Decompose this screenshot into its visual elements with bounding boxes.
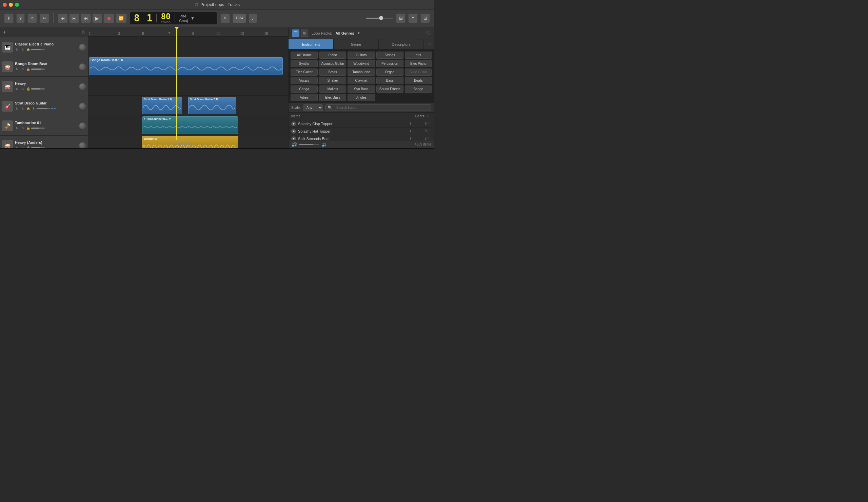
download-icon-1[interactable]: ⬇ bbox=[407, 129, 413, 134]
instrument-btn-strings[interactable]: Strings bbox=[376, 52, 403, 59]
favorites-icon[interactable]: ♡ bbox=[426, 30, 431, 36]
list-view-icon[interactable]: ☰ bbox=[292, 30, 299, 37]
headphone-btn-5[interactable]: S bbox=[20, 126, 25, 131]
instrument-btn-slide-guitar[interactable]: Slide Guitar bbox=[405, 69, 432, 76]
track-item-6[interactable]: 🥁 Heavy (Anders) M S 🔒 bbox=[0, 136, 88, 148]
instrument-btn-elec-guitar[interactable]: Elec Guitar bbox=[291, 69, 318, 76]
window-controls[interactable] bbox=[3, 3, 19, 7]
instrument-btn-bongo[interactable]: Bongo bbox=[405, 85, 432, 93]
tab-descriptors[interactable]: Descriptors bbox=[379, 39, 424, 49]
help-button[interactable]: ? bbox=[16, 13, 25, 23]
instrument-btn-syn-bass[interactable]: Syn Bass bbox=[348, 85, 375, 93]
track-volume-2[interactable] bbox=[31, 69, 45, 70]
instrument-btn-organ[interactable]: Organ bbox=[376, 69, 403, 76]
back-button[interactable]: ⏮ bbox=[81, 13, 91, 23]
loop-fav-2[interactable]: ♡ bbox=[426, 136, 431, 140]
mute-btn-1[interactable]: M bbox=[15, 47, 20, 52]
track-volume-knob-4[interactable] bbox=[79, 103, 86, 110]
list-editors-button[interactable]: ≡ bbox=[408, 13, 418, 23]
play-button[interactable]: ▶ bbox=[92, 13, 102, 23]
cycle-button[interactable]: 🔁 bbox=[116, 13, 127, 23]
volume-slider[interactable] bbox=[366, 18, 393, 19]
mute-btn-3[interactable]: M bbox=[15, 86, 20, 91]
instrument-btn-kits[interactable]: Kits bbox=[405, 52, 432, 59]
mute-btn-5[interactable]: M bbox=[15, 126, 20, 131]
track-volume-knob-3[interactable] bbox=[79, 83, 86, 90]
loop-item-2[interactable]: Split Seconds Beat ⬇ 8 ♡ bbox=[289, 135, 434, 140]
maximize-button[interactable] bbox=[15, 3, 19, 7]
clip-drummer[interactable]: Drummer bbox=[142, 136, 238, 148]
import-button[interactable]: ⬇ bbox=[4, 13, 13, 23]
instrument-btn-piano[interactable]: Piano bbox=[319, 52, 346, 59]
headphone-btn-6[interactable]: S bbox=[20, 145, 25, 148]
lock-btn-6[interactable]: 🔒 bbox=[26, 145, 31, 148]
scissors-button[interactable]: ✂ bbox=[40, 13, 49, 23]
headphone-btn-2[interactable]: S bbox=[20, 67, 25, 72]
instrument-btn-vocals[interactable]: Vocals bbox=[291, 77, 318, 84]
key-commands[interactable]: 1234 bbox=[232, 13, 246, 23]
headphone-btn-4[interactable]: S bbox=[20, 106, 25, 111]
track-volume-knob-1[interactable] bbox=[79, 44, 86, 51]
pencil-tool[interactable]: ✎ bbox=[220, 13, 230, 23]
instrument-btn-jingles[interactable]: Jingles bbox=[348, 94, 375, 101]
track-volume-3[interactable] bbox=[31, 88, 45, 90]
headphone-btn-1[interactable]: S bbox=[20, 47, 25, 52]
mute-btn-2[interactable]: M bbox=[15, 67, 20, 72]
instrument-btn-guitars[interactable]: Guitars bbox=[348, 52, 375, 59]
instrument-btn-percussion[interactable]: Percussion bbox=[376, 60, 403, 67]
track-volume-4[interactable] bbox=[37, 108, 50, 109]
loop-item-0[interactable]: Splashy Clap Topper ⬇ 8 ♡ bbox=[289, 120, 434, 127]
tab-genre[interactable]: Genre bbox=[334, 39, 379, 49]
loop-fav-0[interactable]: ♡ bbox=[426, 121, 431, 126]
clip-tambourine[interactable]: ⋄ Tambourine 01.1 ↻ bbox=[142, 116, 238, 134]
instrument-btn-elec-piano[interactable]: Elec Piano bbox=[405, 60, 432, 67]
add-track-button[interactable]: + bbox=[3, 30, 6, 35]
tab-instrument[interactable]: Instrument bbox=[289, 39, 334, 49]
track-item-4[interactable]: 🎸 Strat Disco Guitar M S 🔒 ⬇ bbox=[0, 96, 88, 116]
headphone-btn-3[interactable]: S bbox=[20, 86, 25, 91]
download-icon-2[interactable]: ⬇ bbox=[407, 136, 413, 141]
instrument-btn-woodwind[interactable]: Woodwind bbox=[348, 60, 375, 67]
fast-forward-button[interactable]: ⏭ bbox=[69, 13, 79, 23]
instrument-btn-acoustic-guitar[interactable]: Acoustic Guitar bbox=[319, 60, 346, 67]
clip-strat-disco-guitar-2[interactable]: Strat Disco Guitar.2 ↻ bbox=[188, 97, 236, 114]
lane-classic-electric-piano[interactable] bbox=[88, 37, 288, 56]
track-item-2[interactable]: 🥁 Bongo Room Beat M S 🔒 bbox=[0, 57, 88, 76]
lock-btn-2[interactable]: 🔒 bbox=[26, 67, 31, 72]
track-volume-knob-6[interactable] bbox=[79, 142, 86, 148]
track-volume-knob-2[interactable] bbox=[79, 63, 86, 70]
track-volume-6[interactable] bbox=[31, 147, 45, 148]
smart-controls-button[interactable]: ⊞ bbox=[396, 13, 405, 23]
instrument-btn-shaker[interactable]: Shaker bbox=[319, 77, 346, 84]
track-volume-5[interactable] bbox=[31, 127, 45, 129]
instrument-btn-vibes[interactable]: Vibes bbox=[291, 94, 318, 101]
lane-heavy[interactable] bbox=[88, 76, 288, 96]
speaker-icon[interactable]: 🔊 bbox=[291, 142, 297, 147]
favorites-tab[interactable]: ♡ bbox=[424, 39, 434, 49]
instrument-btn-beats[interactable]: Beats bbox=[405, 77, 432, 84]
track-volume-1[interactable] bbox=[31, 49, 45, 50]
bounce-btn-4[interactable]: ⬇ bbox=[31, 106, 36, 111]
search-input[interactable] bbox=[334, 105, 429, 111]
key-chevron[interactable]: ▼ bbox=[190, 16, 195, 21]
loop-item-1[interactable]: Splashy Hat Topper ⬇ 8 ♡ bbox=[289, 127, 434, 135]
record-button[interactable]: ⏺ bbox=[103, 13, 114, 23]
mute-btn-6[interactable]: M bbox=[15, 145, 20, 148]
rewind-button[interactable]: ⏮ bbox=[58, 13, 68, 23]
grid-view-icon[interactable]: ⊞ bbox=[301, 30, 308, 37]
lock-btn-4[interactable]: 🔒 bbox=[26, 106, 31, 111]
instrument-btn-mallets[interactable]: Mallets bbox=[319, 85, 346, 93]
volume-icon[interactable]: 🔉 bbox=[321, 142, 327, 147]
track-item-5[interactable]: 🪘 Tambourine 01 M S 🔒 bbox=[0, 116, 88, 136]
scale-select[interactable]: Any Major Minor bbox=[303, 104, 323, 111]
instrument-btn-bass[interactable]: Bass bbox=[376, 77, 403, 84]
clip-strat-disco-guitar-1[interactable]: Strat Disco Guitar.1 ↻ bbox=[142, 97, 182, 114]
lock-btn-1[interactable]: 🔒 bbox=[26, 47, 31, 52]
instrument-btn-brass[interactable]: Brass bbox=[319, 69, 346, 76]
close-button[interactable] bbox=[3, 3, 7, 7]
download-icon-0[interactable]: ⬇ bbox=[407, 121, 413, 126]
instrument-btn-tambourine[interactable]: Tambourine bbox=[348, 69, 375, 76]
track-volume-knob-5[interactable] bbox=[79, 122, 86, 129]
lock-btn-3[interactable]: 🔒 bbox=[26, 86, 31, 91]
instrument-btn-synths[interactable]: Synths bbox=[291, 60, 318, 67]
